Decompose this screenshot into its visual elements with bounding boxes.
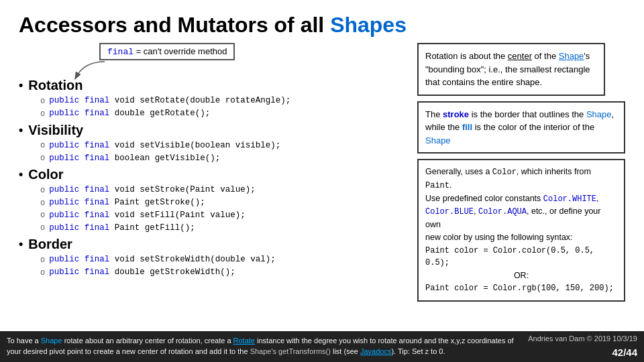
bottom-strip: To have a Shape rotate about an arbitrar… [0, 331, 644, 362]
visibility-label: Visibility [28, 123, 83, 138]
bottom-text: To have a Shape rotate about an arbitrar… [7, 336, 515, 357]
title-shapes: Shapes [330, 13, 407, 37]
color-line-4: o public final Paint getFill(); [40, 222, 411, 235]
border-label: Border [28, 237, 72, 252]
stroke-shape-label: Shape [586, 109, 612, 119]
callout-rotation-shape: Shape [559, 51, 584, 61]
color-line-g1: Generally, uses a Color, which inherits … [425, 166, 617, 192]
color-section: • Color o public final void setStroke(Pa… [19, 167, 411, 234]
visibility-line-1: o public final void setVisible(boolean v… [40, 139, 411, 152]
javadocs-link[interactable]: Javadocs [360, 347, 391, 355]
bottom-right: Andries van Dam © 2019 10/3/19 42/44 [528, 334, 637, 359]
color-line-2: o public final Paint getStroke(); [40, 196, 411, 209]
border-section: • Border o public final void setStrokeWi… [19, 237, 411, 279]
border-line-2: o public final double getStrokeWidth(); [40, 266, 411, 279]
final-annotation-box: final = can't override method [99, 43, 235, 60]
color-label: Color [28, 167, 63, 182]
final-text: = can't override method [133, 46, 227, 56]
visibility-code: o public final void setVisible(boolean v… [40, 139, 411, 165]
callout-rotation-text2: of the [532, 51, 559, 61]
final-keyword: final [107, 47, 133, 57]
left-column: final = can't override method [19, 43, 411, 301]
color-code-2: Paint color = Color.rgb(100, 150, 200); [425, 282, 617, 295]
right-column: Rotation is about the center of the Shap… [417, 43, 625, 301]
color-line-g3: Color.BLUE, Color.AQUA, etc., or define … [425, 205, 617, 231]
rotation-line-1: o public final void setRotate(double rot… [40, 95, 411, 107]
slide-title: Accessors and Mutators of all Shapes [19, 12, 625, 38]
color-code: o public final void setStroke(Paint valu… [40, 184, 411, 234]
border-header: • Border [19, 237, 411, 252]
color-line-g2: Use predefined color constants Color.WHI… [425, 192, 617, 206]
callout-rotation: Rotation is about the center of the Shap… [417, 43, 605, 96]
color-line-1: o public final void setStroke(Paint valu… [40, 184, 411, 196]
rotation-label: Rotation [28, 78, 83, 93]
or-label: OR: [425, 269, 617, 282]
border-code: o public final void setStrokeWidth(doubl… [40, 253, 411, 279]
rotation-line-2: o public final double getRotate(); [40, 107, 411, 120]
callout-color: Generally, uses a Color, which inherits … [417, 159, 625, 301]
color-line-3: o public final void setFill(Paint value)… [40, 209, 411, 222]
credit-text: Andries van Dam © 2019 10/3/19 [528, 334, 637, 344]
slide: Accessors and Mutators of all Shapes fin… [0, 0, 644, 362]
callout-stroke: The stroke is the border that outlines t… [417, 101, 625, 154]
rotate-link[interactable]: Rotate [233, 337, 255, 345]
final-annotation-row: final = can't override method [19, 43, 411, 83]
fill-label: fill [462, 122, 472, 132]
color-line-g4: new color by using the following syntax: [425, 231, 617, 244]
main-content: final = can't override method [19, 43, 625, 301]
callout-rotation-text1: Rotation is about the [425, 51, 508, 61]
shape-link-text: Shape [41, 337, 62, 345]
title-prefix: Accessors and Mutators of all [19, 13, 330, 37]
rotation-code: o public final void setRotate(double rot… [40, 95, 411, 120]
color-code-1: Paint color = Color.color(0.5, 0.5, 0.5)… [425, 245, 617, 269]
color-header: • Color [19, 167, 411, 182]
visibility-line-2: o public final boolean getVisible(); [40, 152, 411, 165]
stroke-label: stroke [443, 109, 469, 119]
visibility-header: • Visibility [19, 123, 411, 138]
rotation-section: • Rotation o public final void setRotate… [19, 78, 411, 120]
get-transforms-text: Shape's getTransforms() [250, 347, 331, 355]
visibility-section: • Visibility o public final void setVisi… [19, 123, 411, 165]
page-number: 42/44 [612, 345, 637, 359]
border-line-1: o public final void setStrokeWidth(doubl… [40, 253, 411, 266]
fill-shape-label: Shape [425, 135, 451, 145]
callout-rotation-center: center [508, 51, 532, 61]
